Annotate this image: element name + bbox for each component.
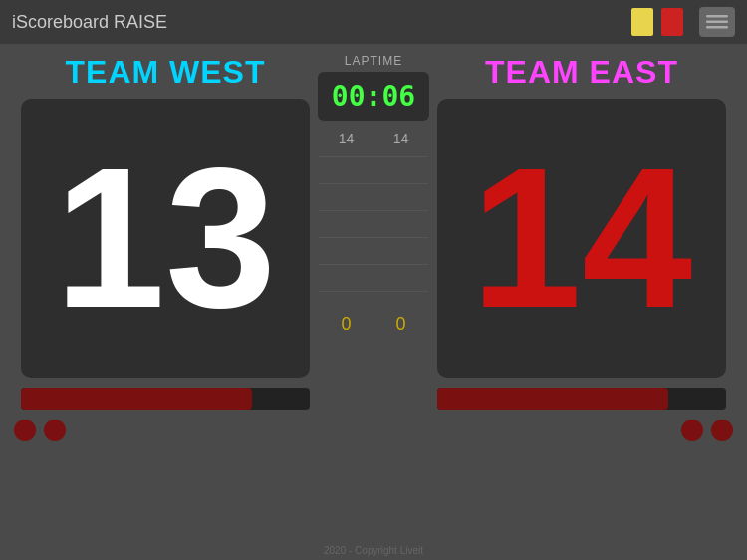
center-line-3 [319,210,428,211]
team-west-name: TEAM WEST [66,54,266,91]
svg-rect-2 [706,26,728,29]
center-east-score-bottom: 0 [395,314,405,335]
team-east-progress-bar [437,388,726,410]
center-panel: LAPTIME 00:06 14 14 0 0 [319,54,428,335]
team-west-progress-fill [21,388,252,410]
center-scores-bottom: 0 0 [319,306,428,335]
team-east-progress-fill [437,388,668,410]
center-east-score-top: 14 [393,131,409,146]
team-east-score: 14 [471,139,692,338]
center-lines [319,156,428,292]
center-line-4 [319,237,428,238]
team-west-progress-bar [21,388,310,410]
team-east-dot-2 [711,420,733,441]
settings-icon[interactable] [699,7,735,37]
main-content: TEAM WEST 13 LAPTIME 00:06 14 14 [0,44,747,560]
team-east-name: TEAM EAST [485,54,678,91]
team-west-scorebox: 13 [21,99,310,378]
center-line-2 [319,183,428,184]
header-icons [631,7,735,37]
team-west-dots [12,420,66,441]
team-west-section: TEAM WEST 13 [12,54,319,441]
center-line-1 [319,156,428,157]
team-east-scorebox: 14 [437,99,726,378]
team-east-section: TEAM EAST 14 [428,54,735,441]
laptime-label: LAPTIME [345,54,402,68]
laptime-value: 00:06 [332,80,415,113]
footer-text: 2020 - Copyright Liveit [324,545,423,556]
team-east-dot-1 [681,420,703,441]
team-east-dots [681,420,735,441]
team-west-dot-2 [44,420,66,441]
header: iScoreboard RAISE [0,0,747,44]
red-flag-icon[interactable] [661,8,683,36]
svg-rect-0 [706,15,728,18]
center-west-score-bottom: 0 [341,314,351,335]
laptime-box: 00:06 [318,72,429,121]
team-west-score: 13 [55,139,276,338]
app-title: iScoreboard RAISE [12,12,167,33]
center-line-5 [319,264,428,265]
team-west-dot-1 [14,420,36,441]
center-scores-top: 14 14 [319,131,428,146]
yellow-flag-icon[interactable] [631,8,653,36]
svg-rect-1 [706,21,728,24]
center-line-6 [319,291,428,292]
center-west-score-top: 14 [339,131,355,146]
